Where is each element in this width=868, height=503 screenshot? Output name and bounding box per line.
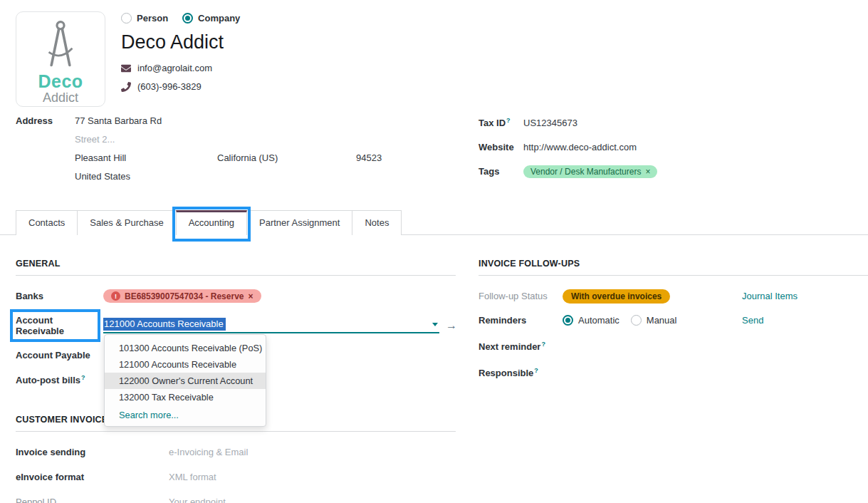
tab-contacts[interactable]: Contacts <box>16 210 78 235</box>
dropdown-option[interactable]: 132000 Tax Receivable <box>105 389 266 405</box>
account-receivable-value: 121000 Accounts Receivable <box>103 318 226 331</box>
account-receivable-input[interactable]: 121000 Accounts Receivable <box>103 318 439 333</box>
tag-label: Vendor / Desk Manufacturers <box>530 167 641 177</box>
next-reminder-row: Next reminder? <box>479 338 868 355</box>
tax-id-value[interactable]: US12345673 <box>523 118 852 128</box>
einvoice-format-label: eInvoice format <box>16 472 169 482</box>
account-receivable-label: Account Receivable <box>16 315 64 336</box>
state-field[interactable]: California (US) <box>217 152 356 167</box>
street-field[interactable]: 77 Santa Barbara Rd <box>75 115 414 130</box>
dropdown-search-more-link[interactable]: Search more... <box>105 405 266 422</box>
envelope-icon <box>121 63 131 73</box>
followup-status-badge: With overdue invoices <box>563 289 670 304</box>
tag-remove-icon[interactable]: × <box>645 167 650 177</box>
followup-status-label: Follow-up Status <box>479 291 563 301</box>
invoice-sending-field[interactable]: e-Invoicing & Email <box>169 447 456 457</box>
tax-id-label: Tax ID? <box>479 117 523 128</box>
account-receivable-field: 121000 Accounts Receivable → 101300 Acco… <box>103 318 457 333</box>
radio-automatic-label: Automatic <box>578 315 619 326</box>
account-payable-label: Account Payable <box>16 350 103 361</box>
website-label: Website <box>479 142 523 152</box>
peppol-id-field[interactable]: Your endpoint <box>169 497 456 503</box>
website-row: Website http://www.deco-addict.com <box>479 140 852 155</box>
tags-row: Tags Vendor / Desk Manufacturers × <box>479 164 852 179</box>
radio-company-label: Company <box>198 13 240 24</box>
logo-text-secondary: Addict <box>43 90 78 106</box>
contact-name-field[interactable]: Deco Addict <box>121 31 240 53</box>
compass-icon <box>38 19 83 72</box>
radio-automatic[interactable]: Automatic <box>563 315 619 326</box>
radio-company-icon <box>182 13 193 24</box>
section-invoice-followups: INVOICE FOLLOW-UPS <box>479 256 868 276</box>
city-field[interactable]: Pleasant Hill <box>75 152 217 167</box>
radio-automatic-icon <box>563 315 573 326</box>
tags-label: Tags <box>479 166 523 177</box>
banks-label: Banks <box>16 291 103 301</box>
address-label: Address <box>16 115 75 190</box>
accounting-left-column: GENERAL Banks ! BE68539007547034 - Reser… <box>16 256 456 503</box>
radio-person-label: Person <box>137 13 168 24</box>
reminders-row: Reminders Automatic Manual Send <box>479 312 868 328</box>
address-fields: 77 Santa Barbara Rd Street 2... Pleasant… <box>75 115 414 190</box>
tab-sales-purchase[interactable]: Sales & Purchase <box>77 210 176 235</box>
website-value[interactable]: http://www.deco-addict.com <box>523 142 852 152</box>
dropdown-option[interactable]: 121000 Accounts Receivable <box>105 356 266 373</box>
radio-company[interactable]: Company <box>182 13 240 24</box>
radio-manual-label: Manual <box>647 315 677 326</box>
radio-manual[interactable]: Manual <box>631 315 677 326</box>
tag-pill[interactable]: Vendor / Desk Manufacturers × <box>523 165 657 178</box>
contact-form-page: Deco Addict Person Company Deco Addict i… <box>0 0 868 503</box>
company-meta-block: Tax ID? US12345673 Website http://www.de… <box>479 115 852 188</box>
tab-partner-assignment[interactable]: Partner Assignment <box>246 210 352 235</box>
auto-post-bills-help-icon: ? <box>81 374 85 381</box>
next-reminder-label: Next reminder? <box>479 341 563 352</box>
logo-text-primary: Deco <box>38 72 83 90</box>
tax-id-row: Tax ID? US12345673 <box>479 115 852 130</box>
contact-header: Deco Addict Person Company Deco Addict i… <box>16 11 240 107</box>
invoice-sending-label: Invoice sending <box>16 447 169 457</box>
radio-person[interactable]: Person <box>121 13 168 24</box>
company-logo[interactable]: Deco Addict <box>16 11 105 107</box>
einvoice-format-row: eInvoice format XML format <box>16 469 456 484</box>
city-state-zip-row: Pleasant Hill California (US) 94523 <box>75 152 414 167</box>
next-reminder-help-icon: ? <box>541 341 545 348</box>
bank-account-badge[interactable]: ! BE68539007547034 - Reserve × <box>103 289 261 303</box>
country-field[interactable]: United States <box>75 171 414 186</box>
address-block: Address 77 Santa Barbara Rd Street 2... … <box>16 115 414 190</box>
email-row: info@agrolait.com <box>121 63 240 73</box>
einvoice-format-field[interactable]: XML format <box>169 472 456 482</box>
tab-notes[interactable]: Notes <box>352 210 402 235</box>
internal-link-arrow-icon[interactable]: → <box>446 320 457 331</box>
section-general: GENERAL <box>16 256 456 276</box>
responsible-help-icon: ? <box>534 367 538 374</box>
journal-items-link[interactable]: Journal Items <box>742 291 868 301</box>
banks-row: Banks ! BE68539007547034 - Reserve × <box>16 288 456 304</box>
contact-header-main: Person Company Deco Addict info@agrolait… <box>121 11 240 107</box>
phone-row: (603)-996-3829 <box>121 81 240 92</box>
contact-type-radios: Person Company <box>121 13 240 24</box>
peppol-id-label: Peppol ID <box>16 497 169 503</box>
phone-icon <box>121 82 131 92</box>
responsible-label: Responsible? <box>479 367 563 378</box>
tax-id-help-icon: ? <box>506 117 511 124</box>
zip-field[interactable]: 94523 <box>356 152 414 167</box>
reminders-label: Reminders <box>479 315 563 326</box>
warning-icon: ! <box>111 291 120 301</box>
bank-badge-label: BE68539007547034 - Reserve <box>125 291 244 301</box>
tab-accounting[interactable]: Accounting <box>176 210 247 235</box>
reminders-radios: Automatic Manual <box>563 315 742 326</box>
dropdown-option-highlighted[interactable]: 122000 Owner's Current Account <box>105 373 266 389</box>
dropdown-option[interactable]: 101300 Accounts Receivable (PoS) <box>105 340 266 356</box>
street2-field[interactable]: Street 2... <box>75 134 414 149</box>
dropdown-caret-icon[interactable] <box>432 323 438 326</box>
account-receivable-row: Account Receivable 121000 Accounts Recei… <box>16 313 456 338</box>
radio-manual-icon <box>631 315 642 326</box>
bank-badge-remove-icon[interactable]: × <box>248 291 253 301</box>
invoice-followups-column: INVOICE FOLLOW-UPS Follow-up Status With… <box>479 256 868 389</box>
phone-value[interactable]: (603)-996-3829 <box>137 81 202 92</box>
send-link[interactable]: Send <box>742 315 868 326</box>
invoice-sending-row: Invoice sending e-Invoicing & Email <box>16 444 456 460</box>
responsible-row: Responsible? <box>479 365 868 381</box>
email-value[interactable]: info@agrolait.com <box>137 63 212 73</box>
auto-post-bills-label: Auto-post bills? <box>16 374 103 385</box>
